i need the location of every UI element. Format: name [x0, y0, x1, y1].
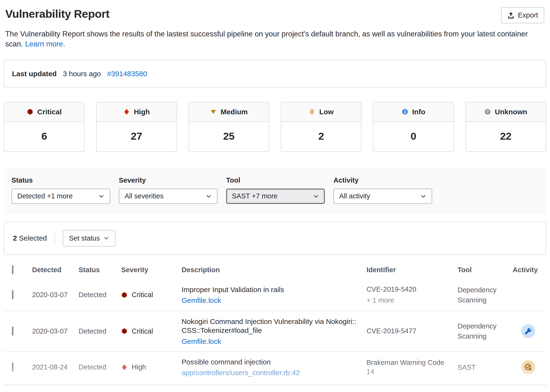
select-all-checkbox[interactable] — [12, 265, 14, 274]
file-link[interactable]: Gemfile.lock — [181, 337, 221, 345]
cell-tool: Dependency Scanning — [458, 321, 513, 341]
cell-detected: 2021-08-24 — [32, 363, 79, 371]
cell-status: Detected — [79, 363, 121, 371]
svg-text:?: ? — [486, 110, 489, 114]
table-header-row: Detected Status Severity Description Ide… — [4, 257, 546, 279]
last-updated-panel: Last updated 3 hours ago #391483580 — [4, 60, 546, 88]
vulnerability-title-link[interactable]: Nokogiri Command Injection Vulnerability… — [181, 317, 357, 335]
chevron-down-icon — [104, 235, 109, 241]
selection-bar: 2 Selected Set status — [4, 222, 546, 255]
cell-identifier: CVE-2019-5477 — [367, 327, 458, 336]
cell-severity: High — [121, 363, 177, 371]
cell-description: Nokogiri Command Injection Vulnerability… — [177, 317, 367, 345]
cell-status: Detected — [79, 327, 121, 335]
severity-filter-dropdown[interactable]: All severities — [119, 189, 217, 204]
selection-summary: 2 Selected — [13, 234, 47, 242]
cell-severity: Critical — [121, 327, 177, 335]
activity-filter-dropdown[interactable]: All activity — [334, 189, 432, 204]
severity-low-icon — [309, 109, 315, 115]
severity-card-unknown: ? Unknown 22 — [466, 102, 546, 152]
last-updated-label: Last updated — [12, 70, 57, 78]
filters-bar: Status Detected +1 more Severity All sev… — [4, 168, 546, 214]
cell-status: Detected — [79, 291, 121, 299]
selection-count: 2 — [13, 234, 17, 242]
cell-activity — [513, 360, 544, 374]
table-row: 2021-08-24 Detected High Possible comman… — [4, 352, 546, 383]
cell-identifier: Brakeman Warning Code 14 — [367, 358, 458, 376]
table-row: 2020-03-07 Detected Critical Improper In… — [4, 279, 546, 311]
filter-tool: Tool SAST +7 more — [226, 176, 325, 204]
learn-more-link[interactable]: Learn more. — [25, 40, 65, 48]
status-filter-dropdown[interactable]: Detected +1 more — [12, 189, 110, 204]
chevron-down-icon — [420, 193, 426, 199]
tool-filter-dropdown[interactable]: SAST +7 more — [226, 189, 325, 204]
column-header-detected: Detected — [32, 266, 79, 274]
severity-card-count: 22 — [466, 122, 546, 151]
selection-label: Selected — [19, 234, 47, 242]
identifier-more: + 1 more — [367, 296, 446, 305]
severity-unknown-icon: ? — [484, 109, 491, 115]
column-header-status: Status — [79, 266, 121, 274]
row-checkbox[interactable] — [12, 363, 14, 372]
severity-card-label: High — [134, 108, 150, 116]
cell-tool: SAST — [458, 362, 513, 372]
cell-description: Possible command injection app/controlle… — [177, 357, 367, 377]
filter-severity-label: Severity — [119, 176, 217, 184]
filter-status-label: Status — [12, 176, 110, 184]
page-header: Vulnerability Report Export The Vulnerab… — [0, 0, 550, 49]
severity-high-icon — [123, 109, 130, 115]
cell-identifier: CVE-2019-5420 + 1 more — [367, 285, 458, 305]
filter-status: Status Detected +1 more — [12, 176, 110, 204]
cell-activity — [513, 324, 544, 338]
severity-card-label: Low — [319, 108, 334, 116]
file-link[interactable]: Gemfile.lock — [181, 296, 221, 305]
severity-card-count: 0 — [373, 122, 453, 151]
export-button[interactable]: Export — [501, 7, 544, 23]
cell-severity: Critical — [121, 291, 177, 299]
severity-card-label: Unknown — [495, 108, 527, 116]
severity-card-critical: Critical 6 — [4, 102, 84, 152]
row-checkbox[interactable] — [12, 290, 14, 299]
chevron-down-icon — [206, 193, 212, 199]
severity-summary-cards: Critical 6 High 27 Medium 25 Low 2 — [4, 102, 546, 152]
severity-card-label: Medium — [221, 108, 248, 116]
page-description: The Vulnerability Report shows the resul… — [5, 29, 544, 49]
wrench-icon — [521, 324, 535, 338]
cell-tool: Dependency Scanning — [458, 285, 513, 305]
severity-card-label: Info — [412, 108, 425, 116]
vulnerability-title-link[interactable]: Possible command injection — [181, 357, 357, 367]
filter-activity: Activity All activity — [334, 176, 432, 204]
filter-activity-label: Activity — [334, 176, 432, 184]
filter-tool-label: Tool — [226, 176, 325, 184]
cell-description: Improper Input Validation in rails Gemfi… — [177, 285, 367, 305]
column-header-severity: Severity — [121, 266, 177, 274]
severity-info-icon — [402, 109, 408, 115]
severity-medium-icon — [210, 109, 216, 115]
severity-card-high: High 27 — [96, 102, 177, 152]
row-checkbox[interactable] — [12, 327, 14, 336]
filter-severity: Severity All severities — [119, 176, 217, 204]
severity-card-count: 6 — [4, 122, 84, 151]
severity-card-count: 25 — [189, 122, 269, 151]
chevron-down-icon — [98, 193, 104, 199]
page-title: Vulnerability Report — [5, 7, 110, 20]
set-status-button[interactable]: Set status — [63, 230, 115, 246]
file-link[interactable]: app/controllers/users_controller.rb:42 — [181, 369, 300, 377]
vulnerability-table: Detected Status Severity Description Ide… — [4, 257, 546, 392]
cell-detected: 2020-03-07 — [32, 291, 79, 299]
pipeline-link[interactable]: #391483580 — [107, 70, 147, 78]
column-header-description: Description — [177, 266, 367, 274]
export-icon — [507, 12, 515, 19]
severity-critical-icon — [27, 109, 33, 115]
severity-card-info: Info 0 — [373, 102, 454, 152]
divider — [55, 231, 55, 245]
severity-card-count: 27 — [97, 122, 176, 151]
severity-critical-icon — [121, 292, 127, 298]
vulnerability-title-link[interactable]: Improper Input Validation in rails — [181, 285, 357, 294]
false-positive-icon — [521, 360, 535, 374]
chevron-down-icon — [313, 193, 319, 199]
severity-card-count: 2 — [281, 122, 361, 151]
cell-detected: 2020-03-07 — [32, 327, 79, 335]
severity-card-label: Critical — [37, 108, 62, 116]
column-header-activity: Activity — [513, 266, 544, 274]
